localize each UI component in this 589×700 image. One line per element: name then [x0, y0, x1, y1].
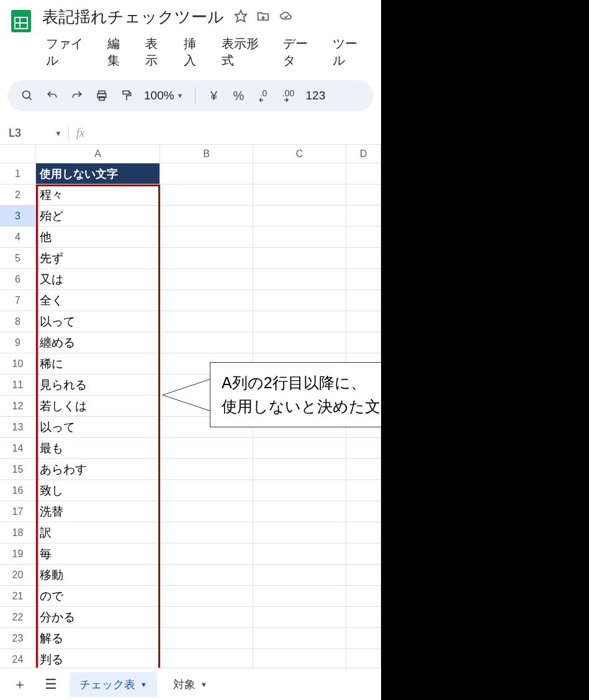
row-header[interactable]: 13	[0, 417, 36, 437]
menu-edit[interactable]: 編集	[101, 33, 137, 71]
zoom-dropdown[interactable]: 100%▼	[140, 89, 187, 102]
cell[interactable]	[253, 459, 346, 480]
row-header[interactable]: 8	[0, 311, 36, 332]
cell[interactable]	[160, 480, 253, 501]
cell[interactable]	[160, 311, 253, 332]
cell[interactable]	[253, 163, 346, 184]
cell[interactable]	[346, 607, 381, 627]
row-header[interactable]: 3	[0, 206, 36, 226]
print-icon[interactable]	[91, 84, 113, 107]
cell[interactable]: 訳	[36, 522, 160, 543]
cell[interactable]	[160, 607, 253, 627]
row-header[interactable]: 2	[0, 184, 36, 205]
cell[interactable]	[253, 184, 346, 205]
cell[interactable]: 分かる	[36, 607, 160, 627]
cell[interactable]	[346, 565, 381, 585]
row-header[interactable]: 22	[0, 607, 36, 627]
cell[interactable]	[253, 543, 346, 564]
menu-insert[interactable]: 挿入	[178, 33, 213, 71]
format-123-button[interactable]: 123	[302, 89, 330, 102]
row-header[interactable]: 11	[0, 375, 36, 395]
cell[interactable]	[253, 438, 346, 458]
document-title[interactable]: 表記揺れチェックツール	[40, 5, 227, 29]
cloud-status-icon[interactable]	[279, 9, 294, 25]
cell[interactable]: 移動	[36, 565, 160, 585]
cell[interactable]: 殆ど	[36, 206, 160, 226]
cell[interactable]	[253, 565, 346, 585]
cell[interactable]: 稀に	[36, 353, 160, 374]
cell[interactable]: 先ず	[36, 248, 160, 268]
cell[interactable]	[253, 480, 346, 501]
menu-file[interactable]: ファイル	[40, 33, 99, 71]
all-sheets-button[interactable]: ☰	[38, 672, 63, 697]
row-header[interactable]: 1	[0, 163, 36, 184]
column-header-D[interactable]: D	[346, 145, 381, 163]
row-header[interactable]: 9	[0, 332, 36, 353]
tab-target[interactable]: 対象▼	[163, 672, 217, 697]
undo-icon[interactable]	[41, 84, 63, 107]
cell[interactable]: 他	[36, 227, 160, 247]
cell[interactable]: 洗替	[36, 501, 160, 522]
name-box[interactable]: L3▼	[0, 127, 68, 140]
cell[interactable]	[346, 628, 381, 648]
cell[interactable]	[160, 269, 253, 289]
cell[interactable]	[160, 290, 253, 311]
cell[interactable]	[346, 290, 381, 311]
row-header[interactable]: 23	[0, 628, 36, 648]
star-icon[interactable]	[234, 9, 248, 25]
cell[interactable]	[346, 227, 381, 247]
cell[interactable]	[160, 163, 253, 184]
cell[interactable]	[160, 206, 253, 226]
select-all-corner[interactable]	[0, 145, 36, 163]
cell[interactable]	[160, 565, 253, 585]
cell-header[interactable]: 使用しない文字	[36, 163, 160, 184]
cell[interactable]	[253, 206, 346, 226]
column-header-C[interactable]: C	[253, 145, 346, 163]
cell[interactable]	[160, 438, 253, 458]
cell[interactable]	[346, 480, 381, 501]
cell[interactable]	[253, 248, 346, 268]
cell[interactable]	[253, 269, 346, 289]
search-icon[interactable]	[16, 84, 38, 107]
cell[interactable]	[253, 649, 346, 670]
row-header[interactable]: 5	[0, 248, 36, 268]
row-header[interactable]: 16	[0, 480, 36, 501]
row-header[interactable]: 12	[0, 396, 36, 416]
cell[interactable]	[160, 459, 253, 480]
row-header[interactable]: 24	[0, 649, 36, 670]
cell[interactable]: 毎	[36, 543, 160, 564]
cell[interactable]: 若しくは	[36, 396, 160, 416]
cell[interactable]	[346, 248, 381, 268]
cell[interactable]: 最も	[36, 438, 160, 458]
cell[interactable]: 致し	[36, 480, 160, 501]
cell[interactable]: 解る	[36, 628, 160, 648]
cell[interactable]	[253, 290, 346, 311]
cell[interactable]	[346, 543, 381, 564]
cell[interactable]	[346, 163, 381, 184]
increase-decimal-button[interactable]: .00	[277, 84, 300, 107]
row-header[interactable]: 14	[0, 438, 36, 458]
row-header[interactable]: 15	[0, 459, 36, 480]
row-header[interactable]: 10	[0, 353, 36, 374]
cell[interactable]	[346, 184, 381, 205]
cell[interactable]	[253, 501, 346, 522]
cell[interactable]	[160, 248, 253, 268]
redo-icon[interactable]	[66, 84, 88, 107]
cell[interactable]: 全く	[36, 290, 160, 311]
row-header[interactable]: 20	[0, 565, 36, 585]
menu-data[interactable]: データ	[277, 33, 324, 71]
cell[interactable]	[346, 206, 381, 226]
cell[interactable]	[346, 522, 381, 543]
cell[interactable]: 程々	[36, 184, 160, 205]
cell[interactable]	[346, 501, 381, 522]
decrease-decimal-button[interactable]: .0	[253, 84, 275, 107]
cell[interactable]	[253, 607, 346, 627]
cell[interactable]	[160, 522, 253, 543]
cell[interactable]	[346, 438, 381, 458]
cell[interactable]	[160, 649, 253, 670]
cell[interactable]	[346, 459, 381, 480]
cell[interactable]	[253, 522, 346, 543]
cell[interactable]	[346, 311, 381, 332]
row-header[interactable]: 18	[0, 522, 36, 543]
cell[interactable]	[160, 628, 253, 648]
